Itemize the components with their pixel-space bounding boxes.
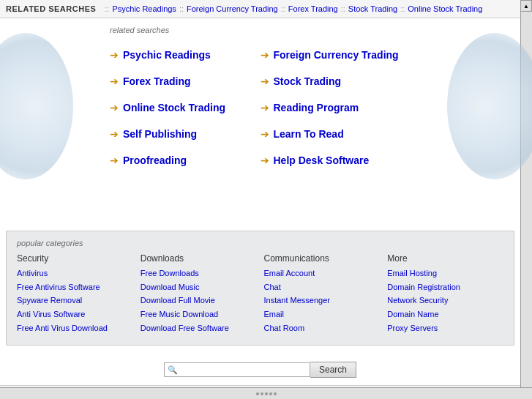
- list-item: ➔ Psychic Readings: [110, 42, 261, 68]
- dot: [256, 392, 259, 395]
- pc-link-download-free-software[interactable]: Download Free Software: [141, 321, 257, 335]
- search-input-wrap: 🔍: [164, 362, 310, 377]
- arrow-icon: ➔: [110, 75, 119, 87]
- list-item: ➔ Forex Trading: [110, 68, 261, 94]
- arrow-icon: ➔: [110, 102, 119, 113]
- list-item: ➔ Self Publishing: [110, 121, 261, 147]
- related-searches-grid: ➔ Psychic Readings ➔ Foreign Currency Tr…: [110, 42, 411, 174]
- rs-link-foreign-currency[interactable]: Foreign Currency Trading: [274, 49, 399, 61]
- pc-link-download-movie[interactable]: Download Full Movie: [141, 294, 257, 307]
- pc-link-email-account[interactable]: Email Account: [264, 266, 381, 280]
- search-icon: 🔍: [168, 365, 178, 375]
- main-content: related searches ➔ Psychic Readings ➔ Fo…: [0, 18, 520, 385]
- pc-column-security-title: Security: [17, 253, 133, 264]
- topbar-link-online-stock[interactable]: Online Stock Trading: [408, 4, 482, 13]
- arrow-icon: ➔: [261, 75, 269, 87]
- topbar-link-stock[interactable]: Stock Trading: [348, 4, 397, 13]
- list-item: ➔ Stock Trading: [261, 68, 411, 94]
- pc-link-network-security[interactable]: Network Security: [387, 294, 503, 307]
- scroll-up-button[interactable]: ▲: [520, 0, 532, 12]
- pc-link-free-antivirus-download[interactable]: Free Anti Virus Download: [17, 321, 133, 335]
- rs-link-stock[interactable]: Stock Trading: [274, 75, 342, 87]
- pc-link-chat-room[interactable]: Chat Room: [264, 321, 381, 335]
- list-item: ➔ Learn To Read: [261, 121, 411, 147]
- arrow-icon: ➔: [261, 49, 269, 61]
- pc-link-free-downloads[interactable]: Free Downloads: [141, 266, 257, 280]
- search-button[interactable]: Search: [310, 362, 356, 378]
- pc-column-more: More Email Hosting Domain Registration N…: [387, 253, 503, 335]
- related-searches-title: related searches: [110, 26, 506, 34]
- popular-categories-section: popular categories Security Antivirus Fr…: [6, 231, 514, 346]
- rs-link-psychic[interactable]: Psychic Readings: [123, 49, 211, 61]
- pc-link-domain-registration[interactable]: Domain Registration: [387, 280, 503, 294]
- rs-link-proofreading[interactable]: Proofreading: [123, 154, 187, 166]
- pc-link-antivirus-software[interactable]: Anti Virus Software: [17, 307, 133, 321]
- arrow-icon: ➔: [261, 102, 269, 113]
- arrow-icon: ➔: [110, 128, 119, 140]
- top-bar: RELATED SEARCHES :: Psychic Readings :: …: [0, 0, 520, 18]
- topbar-link-forex-currency[interactable]: Foreign Currency Trading: [187, 4, 278, 13]
- decorative-circle-right: [447, 33, 532, 179]
- pc-column-security: Security Antivirus Free Antivirus Softwa…: [17, 253, 133, 335]
- pc-column-downloads-title: Downloads: [141, 253, 257, 264]
- rs-link-reading-program[interactable]: Reading Program: [274, 102, 359, 113]
- scrollbar-dots: [256, 392, 277, 395]
- search-input[interactable]: [181, 365, 307, 375]
- pc-column-downloads: Downloads Free Downloads Download Music …: [141, 253, 257, 335]
- list-item: ➔ Help Desk Software: [261, 147, 411, 174]
- related-searches-section: related searches ➔ Psychic Readings ➔ Fo…: [0, 18, 520, 223]
- rs-link-forex[interactable]: Forex Trading: [123, 75, 191, 87]
- search-bar-wrapper: 🔍 Search: [0, 353, 520, 385]
- pc-link-email[interactable]: Email: [264, 307, 381, 321]
- pc-link-email-hosting[interactable]: Email Hosting: [387, 266, 503, 280]
- popular-categories-title: popular categories: [17, 239, 503, 247]
- pc-column-more-title: More: [387, 253, 503, 264]
- pc-link-spyware[interactable]: Spyware Removal: [17, 294, 133, 307]
- list-item: ➔ Proofreading: [110, 147, 261, 174]
- pc-link-free-antivirus[interactable]: Free Antivirus Software: [17, 280, 133, 294]
- separator: ::: [341, 4, 345, 13]
- pc-link-antivirus[interactable]: Antivirus: [17, 266, 133, 280]
- decorative-circle-left: [0, 33, 73, 179]
- arrow-icon: ➔: [261, 154, 269, 166]
- pc-link-free-music[interactable]: Free Music Download: [141, 307, 257, 321]
- separator: ::: [105, 4, 109, 13]
- rs-link-self-publishing[interactable]: Self Publishing: [123, 128, 197, 140]
- arrow-icon: ➔: [110, 49, 119, 61]
- related-searches-label: RELATED SEARCHES: [6, 4, 96, 13]
- pc-column-communications-title: Communications: [264, 253, 381, 264]
- pc-link-download-music[interactable]: Download Music: [141, 280, 257, 294]
- topbar-link-psychic[interactable]: Psychic Readings: [112, 4, 176, 13]
- list-item: ➔ Reading Program: [261, 94, 411, 121]
- dot: [265, 392, 268, 395]
- separator: ::: [281, 4, 285, 13]
- list-item: ➔ Foreign Currency Trading: [261, 42, 411, 68]
- arrow-icon: ➔: [261, 128, 269, 140]
- pc-column-communications: Communications Email Account Chat Instan…: [264, 253, 381, 335]
- popular-categories-grid: Security Antivirus Free Antivirus Softwa…: [17, 253, 503, 335]
- topbar-link-forex[interactable]: Forex Trading: [288, 4, 338, 13]
- separator: ::: [400, 4, 405, 13]
- pc-link-domain-name[interactable]: Domain Name: [387, 307, 503, 321]
- scrollbar-bottom[interactable]: [0, 387, 532, 399]
- dot: [269, 392, 272, 395]
- pc-link-chat[interactable]: Chat: [264, 280, 381, 294]
- rs-link-learn-to-read[interactable]: Learn To Read: [274, 128, 344, 140]
- rs-link-help-desk[interactable]: Help Desk Software: [274, 154, 370, 166]
- rs-link-online-stock[interactable]: Online Stock Trading: [123, 102, 225, 113]
- separator: ::: [179, 4, 184, 13]
- list-item: ➔ Online Stock Trading: [110, 94, 261, 121]
- pc-link-instant-messenger[interactable]: Instant Messenger: [264, 294, 381, 307]
- dot: [274, 392, 277, 395]
- pc-link-proxy-servers[interactable]: Proxy Servers: [387, 321, 503, 335]
- dot: [261, 392, 263, 395]
- arrow-icon: ➔: [110, 154, 119, 166]
